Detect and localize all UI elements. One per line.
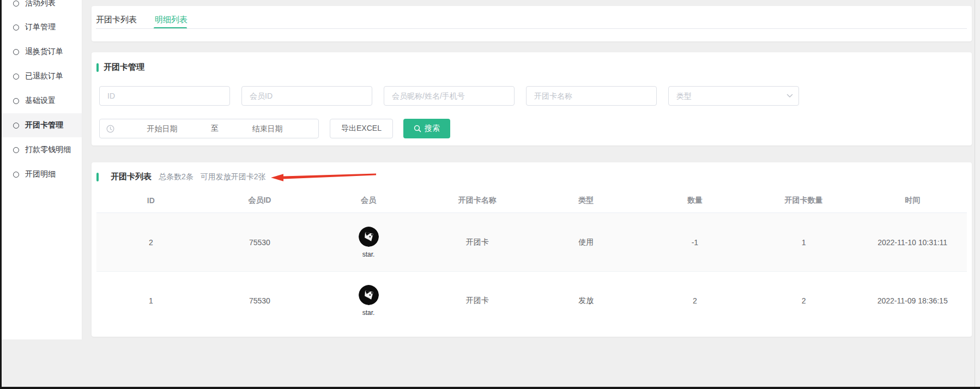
circle-icon <box>13 49 19 55</box>
tab-group-card-list[interactable]: 开团卡列表 <box>96 15 137 25</box>
sidebar-item-label: 打款零钱明细 <box>25 145 71 155</box>
list-section-title: 开团卡列表 <box>111 172 152 182</box>
cell-card-quantity: 1 <box>749 238 858 247</box>
circle-icon <box>13 98 19 104</box>
table-row: 1 75530 star. 开团卡 发放 2 2 <box>96 271 967 330</box>
col-header-member-id: 会员ID <box>205 196 314 205</box>
member-info-input[interactable] <box>384 86 515 106</box>
cell-member: star. <box>314 285 423 317</box>
member-avatar <box>359 227 379 247</box>
circle-icon <box>13 74 19 80</box>
member-name: star. <box>362 309 375 317</box>
search-button[interactable]: 搜索 <box>403 119 450 138</box>
sidebar-item-group-card-management[interactable]: 开团卡管理 <box>2 113 82 137</box>
sidebar-item-label: 退换货订单 <box>25 47 63 57</box>
start-date-input[interactable] <box>118 124 207 133</box>
cell-quantity: 2 <box>640 296 749 305</box>
circle-icon <box>13 147 19 153</box>
member-id-input[interactable] <box>241 86 372 106</box>
group-card-table: ID 会员ID 会员 开团卡名称 类型 数量 开团卡数量 时间 2 75530 <box>96 188 967 330</box>
id-input[interactable] <box>99 86 230 106</box>
sidebar-item-label: 开团明细 <box>25 169 56 179</box>
date-range-picker[interactable]: 至 <box>99 119 319 138</box>
col-header-id: ID <box>96 196 205 205</box>
col-header-card-quantity: 开团卡数量 <box>749 196 858 205</box>
available-cards-text: 可用发放开团卡2张 <box>201 172 266 182</box>
sidebar-item-return-orders[interactable]: 退换货订单 <box>2 40 82 64</box>
sidebar-item-refunded-orders[interactable]: 已退款订单 <box>2 64 82 88</box>
sidebar-item-activity-list[interactable]: 活动列表 <box>2 0 82 15</box>
cell-member-id: 75530 <box>205 296 314 305</box>
search-icon <box>414 125 421 132</box>
list-card: 开团卡列表 总条数2条 可用发放开团卡2张 ID 会员ID 会员 开团卡名称 类… <box>92 162 972 337</box>
green-bar-icon <box>96 173 99 181</box>
date-range-separator: 至 <box>207 124 223 133</box>
cell-member-id: 75530 <box>205 238 314 247</box>
col-header-time: 时间 <box>858 196 967 205</box>
member-avatar <box>359 285 379 305</box>
window-left-edge <box>0 0 2 389</box>
cell-time: 2022-11-10 10:31:11 <box>858 238 967 247</box>
cell-card-name: 开团卡 <box>423 238 532 247</box>
sidebar-item-label: 已退款订单 <box>25 71 63 81</box>
member-name: star. <box>362 251 375 258</box>
col-header-member: 会员 <box>314 196 423 205</box>
end-date-input[interactable] <box>223 124 312 133</box>
total-count-text: 总条数2条 <box>159 172 193 182</box>
cell-type: 发放 <box>532 296 641 306</box>
cell-card-quantity: 2 <box>749 296 858 305</box>
circle-icon <box>13 1 19 7</box>
table-header-row: ID 会员ID 会员 开团卡名称 类型 数量 开团卡数量 时间 <box>96 188 967 213</box>
red-annotation-arrow <box>269 172 379 183</box>
sidebar-item-label: 基础设置 <box>25 96 56 106</box>
cell-type: 使用 <box>532 238 641 247</box>
sidebar-item-label: 开团卡管理 <box>25 120 63 130</box>
circle-icon <box>13 123 19 129</box>
window-bottom-edge <box>0 387 980 389</box>
cell-id: 1 <box>96 296 205 305</box>
cell-id: 2 <box>96 238 205 247</box>
sidebar-item-basic-settings[interactable]: 基础设置 <box>2 89 82 113</box>
cell-quantity: -1 <box>640 238 749 247</box>
clock-icon <box>106 125 114 133</box>
card-name-input[interactable] <box>526 86 657 106</box>
cell-card-name: 开团卡 <box>423 296 532 306</box>
sidebar: 活动列表 订单管理 退换货订单 已退款订单 基础设置 开团卡管理 打款零钱明细 … <box>2 0 82 339</box>
col-header-type: 类型 <box>532 196 641 205</box>
type-select-input[interactable] <box>668 86 799 106</box>
sidebar-item-label: 订单管理 <box>25 22 56 32</box>
search-section-title-row: 开团卡管理 <box>96 62 144 72</box>
cell-member: star. <box>314 227 423 258</box>
export-excel-button[interactable]: 导出EXCEL <box>330 119 393 138</box>
cell-time: 2022-11-09 18:36:15 <box>858 296 967 305</box>
tab-detail-list[interactable]: 明细列表 <box>155 15 187 25</box>
export-excel-label: 导出EXCEL <box>341 124 382 133</box>
type-select[interactable] <box>668 86 799 106</box>
sidebar-item-payment-change-detail[interactable]: 打款零钱明细 <box>2 138 82 162</box>
table-row: 2 75530 star. 开团卡 使用 -1 1 <box>96 213 967 271</box>
col-header-quantity: 数量 <box>640 196 749 205</box>
vertical-scrollbar[interactable] <box>975 0 980 387</box>
tab-divider <box>96 28 967 29</box>
search-card: 开团卡管理 至 导出EXCEL 搜索 <box>92 52 972 145</box>
search-section-title: 开团卡管理 <box>104 62 144 72</box>
sidebar-item-group-detail[interactable]: 开团明细 <box>2 162 82 186</box>
circle-icon <box>13 25 19 31</box>
tabs-card: 开团卡列表 明细列表 <box>92 6 972 41</box>
green-bar-icon <box>96 63 99 72</box>
list-section-title-row: 开团卡列表 总条数2条 可用发放开团卡2张 <box>96 172 266 182</box>
sidebar-item-order-management[interactable]: 订单管理 <box>2 15 82 39</box>
tab-bar: 开团卡列表 明细列表 <box>92 6 972 41</box>
col-header-card-name: 开团卡名称 <box>423 196 532 205</box>
search-button-label: 搜索 <box>425 124 440 133</box>
sidebar-item-label: 活动列表 <box>25 0 56 8</box>
circle-icon <box>13 172 19 178</box>
